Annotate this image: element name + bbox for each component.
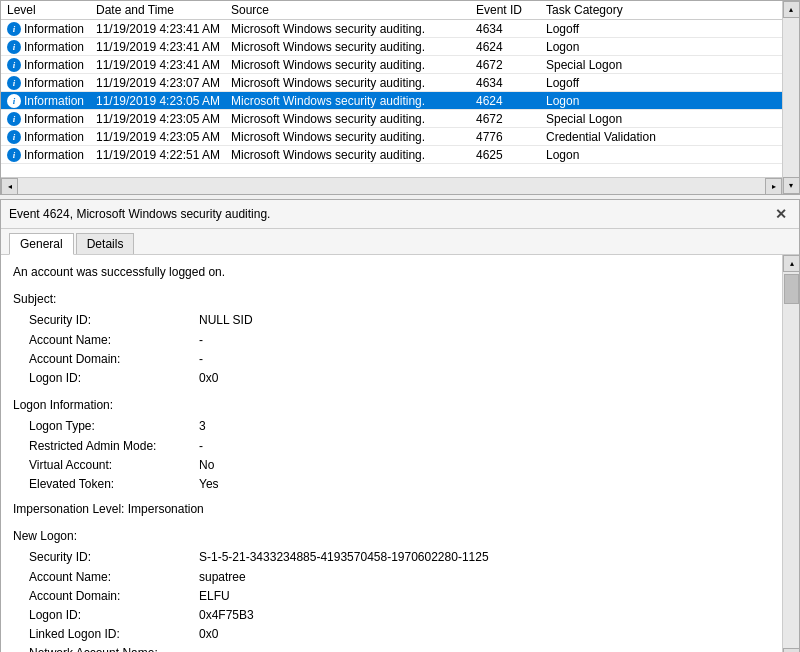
section-inline: Impersonation Level: Impersonation <box>13 500 770 519</box>
detail-scroll-thumb[interactable] <box>784 274 799 304</box>
cell-source: Microsoft Windows security auditing. <box>231 94 476 108</box>
field-label: Virtual Account: <box>29 456 199 475</box>
v-scrollbar[interactable]: ▴ ▾ <box>782 1 799 194</box>
cell-taskcategory: Credential Validation <box>546 130 706 144</box>
cell-level: i Information <box>1 94 96 108</box>
field-value: - <box>199 437 203 456</box>
field-label: Network Account Name: <box>29 644 199 652</box>
cell-level: i Information <box>1 130 96 144</box>
h-scrollbar[interactable]: ◂ ▸ <box>1 177 782 194</box>
field-row: Logon ID: 0x4F75B3 <box>13 606 770 625</box>
cell-taskcategory: Logon <box>546 94 706 108</box>
field-value: - <box>199 644 203 652</box>
field-value: Yes <box>199 475 219 494</box>
detail-close-button[interactable]: ✕ <box>771 204 791 224</box>
cell-source: Microsoft Windows security auditing. <box>231 58 476 72</box>
field-label: Account Name: <box>29 568 199 587</box>
cell-datetime: 11/19/2019 4:23:07 AM <box>96 76 231 90</box>
v-scroll-up-btn[interactable]: ▴ <box>783 1 800 18</box>
table-row[interactable]: i Information 11/19/2019 4:23:41 AM Micr… <box>1 56 782 74</box>
tab-general[interactable]: General <box>9 233 74 255</box>
cell-taskcategory: Special Logon <box>546 112 706 126</box>
detail-content-wrapper: An account was successfully logged on.Su… <box>1 255 799 652</box>
field-row: Elevated Token: Yes <box>13 475 770 494</box>
table-row[interactable]: i Information 11/19/2019 4:23:07 AM Micr… <box>1 74 782 92</box>
cell-taskcategory: Logoff <box>546 76 706 90</box>
table-row[interactable]: i Information 11/19/2019 4:23:05 AM Micr… <box>1 92 782 110</box>
col-header-level[interactable]: Level <box>1 3 96 17</box>
section-title: Subject: <box>13 290 770 309</box>
section-title: New Logon: <box>13 527 770 546</box>
table-row[interactable]: i Information 11/19/2019 4:23:41 AM Micr… <box>1 38 782 56</box>
field-label: Logon Type: <box>29 417 199 436</box>
detail-scroll-down[interactable]: ▾ <box>783 648 800 652</box>
h-scroll-track[interactable] <box>18 178 765 194</box>
field-value: No <box>199 456 214 475</box>
field-label: Logon ID: <box>29 606 199 625</box>
col-header-taskcategory[interactable]: Task Category <box>546 3 706 17</box>
detail-content: An account was successfully logged on.Su… <box>1 255 782 652</box>
cell-eventid: 4634 <box>476 76 546 90</box>
cell-datetime: 11/19/2019 4:23:41 AM <box>96 58 231 72</box>
info-icon: i <box>7 94 21 108</box>
field-row: Account Name: supatree <box>13 568 770 587</box>
field-value: 0x4F75B3 <box>199 606 254 625</box>
field-label: Account Domain: <box>29 587 199 606</box>
h-scroll-right-btn[interactable]: ▸ <box>765 178 782 194</box>
field-label: Security ID: <box>29 311 199 330</box>
col-header-datetime[interactable]: Date and Time <box>96 3 231 17</box>
field-label: Restricted Admin Mode: <box>29 437 199 456</box>
cell-eventid: 4624 <box>476 94 546 108</box>
cell-source: Microsoft Windows security auditing. <box>231 112 476 126</box>
detail-tabs: General Details <box>1 229 799 255</box>
cell-eventid: 4776 <box>476 130 546 144</box>
cell-taskcategory: Logon <box>546 148 706 162</box>
field-value: supatree <box>199 568 246 587</box>
field-value: 0x0 <box>199 369 218 388</box>
field-value: - <box>199 331 203 350</box>
table-header: Level Date and Time Source Event ID Task… <box>1 1 782 20</box>
cell-datetime: 11/19/2019 4:23:41 AM <box>96 22 231 36</box>
field-row: Account Name: - <box>13 331 770 350</box>
h-scroll-left-btn[interactable]: ◂ <box>1 178 18 194</box>
detail-v-scrollbar[interactable]: ▴ ▾ <box>782 255 799 652</box>
field-row: Security ID: NULL SID <box>13 311 770 330</box>
cell-eventid: 4634 <box>476 22 546 36</box>
section-inline-label: Impersonation Level: <box>13 502 124 516</box>
cell-level: i Information <box>1 40 96 54</box>
cell-eventid: 4624 <box>476 40 546 54</box>
field-row: Network Account Name: - <box>13 644 770 652</box>
detail-title: Event 4624, Microsoft Windows security a… <box>9 207 270 221</box>
info-icon: i <box>7 76 21 90</box>
field-row: Account Domain: - <box>13 350 770 369</box>
col-header-source[interactable]: Source <box>231 3 476 17</box>
cell-source: Microsoft Windows security auditing. <box>231 148 476 162</box>
field-label: Elevated Token: <box>29 475 199 494</box>
cell-eventid: 4625 <box>476 148 546 162</box>
cell-source: Microsoft Windows security auditing. <box>231 22 476 36</box>
v-scroll-down-btn[interactable]: ▾ <box>783 177 800 194</box>
cell-source: Microsoft Windows security auditing. <box>231 40 476 54</box>
detail-scroll-up[interactable]: ▴ <box>783 255 800 272</box>
v-scroll-track[interactable] <box>783 18 799 177</box>
field-value: 3 <box>199 417 206 436</box>
field-label: Account Domain: <box>29 350 199 369</box>
table-row[interactable]: i Information 11/19/2019 4:22:51 AM Micr… <box>1 146 782 164</box>
cell-datetime: 11/19/2019 4:23:05 AM <box>96 130 231 144</box>
field-row: Restricted Admin Mode: - <box>13 437 770 456</box>
info-icon: i <box>7 40 21 54</box>
detail-scroll-track[interactable] <box>783 272 799 648</box>
field-value: ELFU <box>199 587 230 606</box>
cell-taskcategory: Logon <box>546 40 706 54</box>
detail-header: Event 4624, Microsoft Windows security a… <box>1 200 799 229</box>
field-label: Account Name: <box>29 331 199 350</box>
col-header-eventid[interactable]: Event ID <box>476 3 546 17</box>
tab-details[interactable]: Details <box>76 233 135 254</box>
table-row[interactable]: i Information 11/19/2019 4:23:05 AM Micr… <box>1 110 782 128</box>
cell-datetime: 11/19/2019 4:23:05 AM <box>96 112 231 126</box>
cell-level: i Information <box>1 148 96 162</box>
table-row[interactable]: i Information 11/19/2019 4:23:05 AM Micr… <box>1 128 782 146</box>
table-row[interactable]: i Information 11/19/2019 4:23:41 AM Micr… <box>1 20 782 38</box>
cell-taskcategory: Logoff <box>546 22 706 36</box>
section-inline-value: Impersonation <box>128 502 204 516</box>
